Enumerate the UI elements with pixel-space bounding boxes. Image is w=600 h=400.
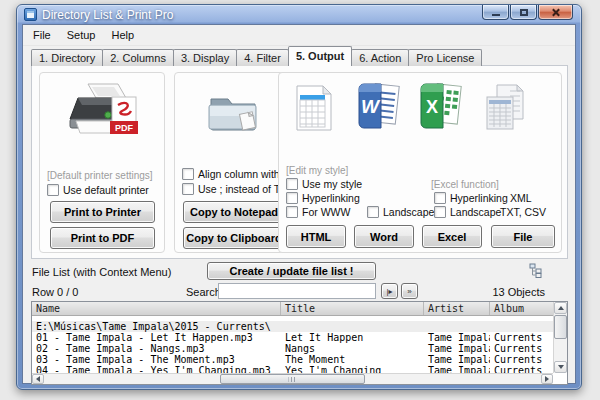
vertical-scrollbar[interactable] <box>553 302 567 373</box>
column-header-artist[interactable]: Artist <box>424 302 490 315</box>
for-www-checkbox[interactable]: For WWW <box>286 206 350 218</box>
checkbox-box <box>434 206 446 218</box>
svg-text:PDF: PDF <box>115 123 134 133</box>
titlebar[interactable]: Directory List & Print Pro <box>17 5 581 24</box>
horizontal-scrollbar[interactable] <box>32 373 553 384</box>
xml-label: XML <box>510 192 532 204</box>
print-to-printer-button[interactable]: Print to Printer <box>50 201 155 223</box>
checkbox-label: For WWW <box>302 206 350 218</box>
column-header-name[interactable]: Name <box>32 302 281 315</box>
row-counter: Row 0 / 0 <box>32 286 78 298</box>
scroll-down-button[interactable] <box>554 361 567 373</box>
folder-icon <box>205 87 261 135</box>
excel-hyperlinking-checkbox[interactable]: Hyperlinking <box>434 192 508 204</box>
table-row-directory[interactable]: E:\Músicas\Tame Impala\2015 - Currents\ <box>32 321 567 332</box>
use-semicolon-checkbox[interactable]: Use ; instead of TAB <box>182 183 293 195</box>
close-icon <box>551 8 560 17</box>
tree-view-icon[interactable] <box>529 263 544 278</box>
checkbox-box <box>182 168 194 180</box>
cell-album: Currents <box>490 343 553 354</box>
objects-count: 13 Objects <box>492 286 545 298</box>
cell-album: Currents <box>490 354 553 365</box>
checkbox-label: Landscape <box>383 206 434 218</box>
horizontal-scroll-thumb[interactable] <box>220 374 366 384</box>
maximize-button[interactable] <box>510 5 537 20</box>
desktop: Directory List & Print Pro File Setup He… <box>0 0 600 400</box>
goto-row-button[interactable]: |▸ <box>381 283 398 299</box>
excel-landscape-checkbox[interactable]: Landscape <box>434 206 501 218</box>
checkbox-label: Hyperlinking <box>450 192 508 204</box>
tab-action[interactable]: 6. Action <box>351 49 409 66</box>
tab-display[interactable]: 3. Display <box>173 49 237 66</box>
arrow-right-icon <box>545 376 549 382</box>
tab-columns[interactable]: 2. Columns <box>102 49 174 66</box>
window-body: File Setup Help 1. Directory 2. Columns … <box>22 24 576 384</box>
minimize-button[interactable] <box>482 5 509 20</box>
menu-bar: File Setup Help <box>23 25 575 46</box>
checkbox-box <box>367 206 379 218</box>
html-table-icon <box>293 83 335 133</box>
excel-button[interactable]: Excel <box>422 225 482 248</box>
cell-album <box>490 321 553 332</box>
notepad-group: Align column with blanks Use ; instead o… <box>174 72 292 253</box>
cell-title: Nangs <box>281 343 424 354</box>
excel-function-link[interactable]: [Excel function] <box>431 179 499 190</box>
arrow-up-icon <box>558 306 564 310</box>
minimize-icon <box>492 14 500 16</box>
excel-icon: X <box>417 81 463 133</box>
scroll-right-button[interactable] <box>541 374 553 384</box>
cell-title: The Moment <box>281 354 424 365</box>
export-group: W X <box>278 72 562 253</box>
menu-file[interactable]: File <box>25 27 59 43</box>
tab-pro-license[interactable]: Pro License <box>408 49 482 66</box>
column-header-album[interactable]: Album <box>490 302 553 315</box>
create-update-file-list-button[interactable]: Create / update file list ! <box>207 262 376 280</box>
search-input[interactable] <box>218 283 376 299</box>
cell-title <box>281 321 424 332</box>
vertical-scroll-thumb[interactable] <box>554 315 567 339</box>
cell-title: Let It Happen <box>281 332 424 343</box>
html-button[interactable]: HTML <box>286 225 346 248</box>
word-button[interactable]: Word <box>354 225 414 248</box>
checkbox-label: Hyperlinking <box>302 192 360 204</box>
use-default-printer-checkbox[interactable]: Use default printer <box>47 184 149 196</box>
tab-directory[interactable]: 1. Directory <box>31 49 103 66</box>
txt-csv-label: TXT, CSV <box>500 206 546 218</box>
column-header-title[interactable]: Title <box>281 302 424 315</box>
checkbox-box <box>47 184 59 196</box>
cell-artist <box>424 321 490 332</box>
table-row[interactable]: 01 - Tame Impala - Let It Happen.mp3Let … <box>32 332 567 343</box>
scroll-up-button[interactable] <box>554 302 567 314</box>
tab-output[interactable]: 5. Output <box>288 46 352 66</box>
file-button[interactable]: File <box>491 225 555 248</box>
copy-to-notepad-button[interactable]: Copy to Notepad <box>183 201 285 223</box>
extended-search-button[interactable]: » <box>401 283 418 299</box>
tab-filter[interactable]: 4. Filter <box>236 49 289 66</box>
menu-help[interactable]: Help <box>103 27 142 43</box>
default-printer-settings-link[interactable]: [Default printer settings] <box>47 170 153 181</box>
copy-to-clipboard-button[interactable]: Copy to Clipboard <box>183 227 285 249</box>
file-list-label: File List (with Context Menu) <box>32 266 171 278</box>
file-list-table: Name Title Artist Album E:\Músicas\Tame … <box>31 301 568 385</box>
print-to-pdf-button[interactable]: Print to PDF <box>50 227 155 249</box>
use-my-style-checkbox[interactable]: Use my style <box>286 178 362 190</box>
checkbox-box <box>182 183 194 195</box>
table-row[interactable]: 03 - Tame Impala - The Moment.mp3The Mom… <box>32 354 567 365</box>
menu-setup[interactable]: Setup <box>59 27 104 43</box>
printer-group: PDF [Default printer settings] Use defau… <box>39 72 165 253</box>
binary-file-icon <box>483 83 527 133</box>
close-button[interactable] <box>538 5 573 20</box>
printer-pdf-icon: PDF <box>62 81 144 143</box>
checkbox-box <box>434 192 446 204</box>
output-tab-page: PDF [Default printer settings] Use defau… <box>31 65 568 259</box>
landscape-www-checkbox[interactable]: Landscape <box>367 206 434 218</box>
table-row[interactable]: 02 - Tame Impala - Nangs.mp3NangsTame Im… <box>32 343 567 354</box>
tab-strip: 1. Directory 2. Columns 3. Display 4. Fi… <box>31 47 481 66</box>
svg-text:W: W <box>361 96 381 117</box>
scroll-left-button[interactable] <box>32 374 44 384</box>
checkbox-label: Landscape <box>450 206 501 218</box>
hyperlinking-checkbox[interactable]: Hyperlinking <box>286 192 360 204</box>
edit-my-style-link[interactable]: [Edit my style] <box>286 165 348 176</box>
svg-text:X: X <box>426 97 438 117</box>
app-icon <box>24 8 37 21</box>
